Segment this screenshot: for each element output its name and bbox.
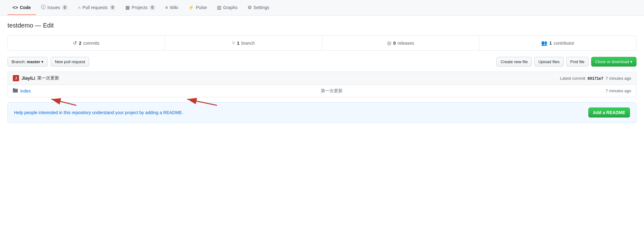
branch-name: master [27,59,40,64]
code-icon: <> [13,5,18,10]
pulse-icon: ⚡ [188,5,194,10]
tab-graphs[interactable]: ▥ Graphs [212,0,243,15]
tab-code-label: Code [20,5,31,10]
action-bar-right: Create new file Upload files Find file C… [496,57,636,67]
contributors-icon: 👥 [541,40,547,46]
create-new-file-label: Create new file [501,59,528,64]
clone-or-download-button[interactable]: Clone or download ▾ [591,57,636,67]
page-title: testdemo — Edit [8,22,636,29]
tab-projects[interactable]: ▦ Projects 0 [120,0,160,15]
readme-banner: Help people interested in this repositor… [8,102,636,123]
tab-code[interactable]: <> Code [8,0,36,15]
file-time: 7 minutes ago [606,88,631,93]
title-action: Edit [43,22,53,29]
tab-pulse[interactable]: ⚡ Pulse [183,0,212,15]
tab-pr-label: Pull requests [83,5,108,10]
avatar-initial: J [13,75,19,81]
tab-issues[interactable]: ⓘ Issues 0 [36,0,73,15]
commits-label: commits [83,41,99,46]
upload-files-label: Upload files [538,59,560,64]
add-readme-button[interactable]: Add a README [588,108,630,118]
wiki-icon: ≡ [165,5,168,10]
stats-bar: ↺ 2 commits ⑂ 1 branch ◎ 0 releases 👥 1 … [8,35,636,51]
tab-issues-label: Issues [48,5,60,10]
create-new-file-button[interactable]: Create new file [496,57,532,67]
projects-badge: 0 [149,5,155,10]
new-pull-request-label: New pull request [55,59,85,64]
action-bar-left: Branch: master ▾ New pull request [8,57,89,67]
repo-name: testdemo [8,22,33,29]
action-bar: Branch: master ▾ New pull request Create… [8,57,636,67]
clone-chevron-icon: ▾ [630,59,632,64]
commit-meta: Latest commit 60171e7 7 minutes ago [560,76,631,81]
stat-releases[interactable]: ◎ 0 releases [322,36,480,50]
commit-hash[interactable]: 60171e7 [587,76,603,81]
file-commit-message: 第一次更新 [58,88,606,94]
contributors-label: contributor [554,41,574,46]
find-file-button[interactable]: Find file [566,57,589,67]
file-table-container: J JiayiLi 第一次更新 Latest commit 60171e7 7 … [8,72,636,97]
graphs-icon: ▥ [217,5,221,10]
upload-files-button[interactable]: Upload files [534,57,564,67]
contributors-count: 1 [549,41,552,46]
pr-badge: 0 [110,5,116,10]
branch-chevron-icon: ▾ [41,59,43,64]
projects-icon: ▦ [125,5,130,10]
commit-row: J JiayiLi 第一次更新 Latest commit 60171e7 7 … [8,72,636,85]
stat-commits[interactable]: ↺ 2 commits [8,36,165,50]
new-pull-request-button[interactable]: New pull request [51,57,89,67]
tab-graphs-label: Graphs [223,5,238,10]
tab-pulse-label: Pulse [196,5,207,10]
stat-branches[interactable]: ⑂ 1 branch [165,36,322,50]
file-name[interactable]: index [20,88,58,93]
main-content: testdemo — Edit ↺ 2 commits ⑂ 1 branch ◎… [0,16,644,129]
file-table: J JiayiLi 第一次更新 Latest commit 60171e7 7 … [8,72,636,97]
tab-settings-label: Settings [254,5,269,10]
issues-icon: ⓘ [41,4,46,10]
tab-settings[interactable]: ⚙ Settings [243,0,274,15]
clone-or-download-label: Clone or download [595,59,629,64]
tab-projects-label: Projects [132,5,148,10]
table-row: index 第一次更新 7 minutes ago [8,85,636,97]
branch-selector[interactable]: Branch: master ▾ [8,57,48,67]
commits-count: 2 [79,41,81,46]
issues-badge: 0 [62,5,68,10]
branch-label: branch [241,41,255,46]
tab-wiki[interactable]: ≡ Wiki [160,0,183,15]
commits-icon: ↺ [73,40,77,46]
commit-time: 7 minutes ago [606,76,631,81]
title-separator: — [33,22,43,29]
find-file-label: Find file [570,59,585,64]
releases-count: 0 [393,41,396,46]
branch-count: 1 [237,41,239,46]
tab-bar: <> Code ⓘ Issues 0 ⑃ Pull requests 0 ▦ P… [0,0,644,16]
commit-author[interactable]: JiayiLi [22,76,35,81]
commit-message: 第一次更新 [37,75,59,81]
commit-hash-label: Latest commit [560,76,585,81]
releases-label: releases [398,41,414,46]
settings-icon: ⚙ [248,5,252,10]
avatar: J [13,75,19,81]
folder-icon [13,88,18,94]
tab-wiki-label: Wiki [170,5,178,10]
releases-icon: ◎ [387,40,391,46]
stat-contributors[interactable]: 👥 1 contributor [479,36,636,50]
branch-label-text: Branch: [12,59,26,64]
branch-icon: ⑂ [232,40,235,46]
pr-icon: ⑃ [78,5,81,10]
readme-banner-text: Help people interested in this repositor… [14,110,183,115]
tab-pull-requests[interactable]: ⑃ Pull requests 0 [73,0,121,15]
